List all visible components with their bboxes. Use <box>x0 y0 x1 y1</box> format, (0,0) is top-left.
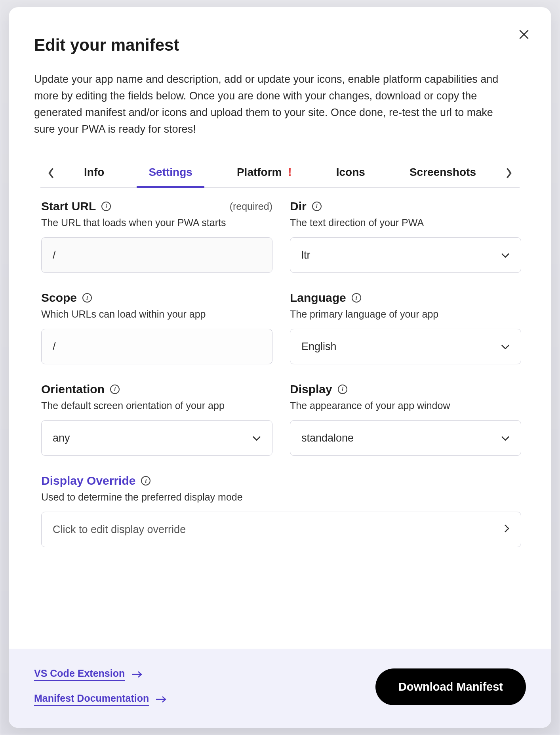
info-icon[interactable]: i <box>338 385 347 394</box>
scope-sub: Which URLs can load within your app <box>41 308 272 320</box>
info-icon[interactable]: i <box>82 293 92 303</box>
chevron-right-icon <box>505 167 512 179</box>
tab-platform-label: Platform <box>237 166 282 178</box>
modal-description: Update your app name and description, ad… <box>34 71 509 137</box>
info-icon[interactable]: i <box>101 202 111 211</box>
close-icon <box>518 28 530 41</box>
field-start-url: Start URL i (required) The URL that load… <box>41 200 272 273</box>
tab-platform[interactable]: Platform ! <box>225 159 304 187</box>
edit-manifest-modal: Edit your manifest Update your app name … <box>9 7 551 728</box>
form-scroll-area[interactable]: Start URL i (required) The URL that load… <box>34 188 528 639</box>
language-sub: The primary language of your app <box>290 308 521 320</box>
info-icon[interactable]: i <box>312 202 322 211</box>
tab-settings[interactable]: Settings <box>137 159 204 187</box>
modal-footer: VS Code Extension Manifest Documentation… <box>9 649 551 728</box>
field-language: Language i The primary language of your … <box>290 291 521 364</box>
arrow-right-icon <box>131 670 143 678</box>
display-override-label: Display Override <box>41 474 135 487</box>
tab-icons[interactable]: Icons <box>324 159 377 187</box>
modal-title: Edit your manifest <box>34 36 526 55</box>
chevron-down-icon <box>252 432 261 444</box>
tabs-prev-button[interactable] <box>40 162 62 184</box>
display-override-button[interactable]: Click to edit display override <box>41 512 521 547</box>
download-manifest-button[interactable]: Download Manifest <box>375 668 526 705</box>
scope-input[interactable]: / <box>41 329 272 364</box>
info-icon[interactable]: i <box>141 476 150 486</box>
tabs-next-button[interactable] <box>498 162 520 184</box>
dir-select[interactable]: ltr <box>290 237 521 273</box>
vscode-extension-link[interactable]: VS Code Extension <box>34 668 167 681</box>
warning-icon: ! <box>288 166 291 178</box>
dir-label: Dir <box>290 200 307 213</box>
manifest-docs-link[interactable]: Manifest Documentation <box>34 693 167 706</box>
required-label: (required) <box>230 201 272 212</box>
chevron-down-icon <box>501 432 510 444</box>
arrow-right-icon <box>155 695 167 703</box>
display-select[interactable]: standalone <box>290 420 521 456</box>
scope-label: Scope <box>41 291 77 305</box>
chevron-down-icon <box>501 341 510 353</box>
language-label: Language <box>290 291 346 305</box>
display-label: Display <box>290 383 332 396</box>
orientation-sub: The default screen orientation of your a… <box>41 400 272 411</box>
start-url-label: Start URL <box>41 200 96 213</box>
display-sub: The appearance of your app window <box>290 400 521 411</box>
dir-sub: The text direction of your PWA <box>290 217 521 228</box>
tabs-bar: Info Settings Platform ! Icons Screensho… <box>40 159 520 188</box>
tab-info[interactable]: Info <box>72 159 116 187</box>
field-scope: Scope i Which URLs can load within your … <box>41 291 272 364</box>
tab-screenshots[interactable]: Screenshots <box>398 159 488 187</box>
close-button[interactable] <box>516 26 532 43</box>
chevron-down-icon <box>501 249 510 261</box>
field-display-override: Display Override i Used to determine the… <box>41 474 521 547</box>
start-url-input[interactable]: / <box>41 237 272 273</box>
language-select[interactable]: English <box>290 329 521 364</box>
start-url-sub: The URL that loads when your PWA starts <box>41 217 272 228</box>
info-icon[interactable]: i <box>110 385 120 394</box>
field-display: Display i The appearance of your app win… <box>290 383 521 456</box>
chevron-left-icon <box>48 167 55 179</box>
field-dir: Dir i The text direction of your PWA ltr <box>290 200 521 273</box>
orientation-select[interactable]: any <box>41 420 272 456</box>
info-icon[interactable]: i <box>352 293 361 303</box>
chevron-right-icon <box>504 524 510 536</box>
display-override-sub: Used to determine the preferred display … <box>41 491 521 503</box>
field-orientation: Orientation i The default screen orienta… <box>41 383 272 456</box>
orientation-label: Orientation <box>41 383 105 396</box>
